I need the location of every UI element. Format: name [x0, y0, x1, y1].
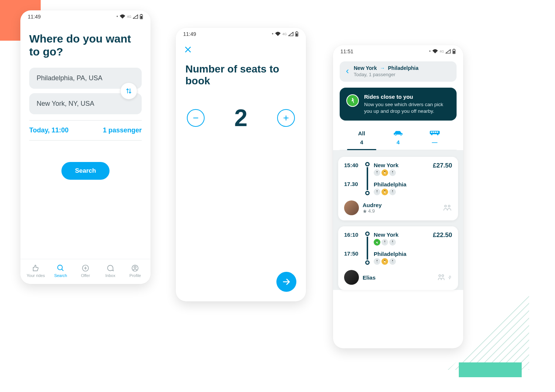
search-summary-button[interactable]: New York → Philadelphia Today, 1 passeng…	[340, 61, 457, 82]
status-icons: • 4G	[117, 14, 143, 19]
svg-point-6	[134, 266, 137, 268]
ride-card[interactable]: 16:10 17:50 New York	[338, 226, 458, 290]
svg-rect-12	[453, 51, 455, 53]
svg-point-32	[384, 241, 385, 241]
wifi-icon	[275, 32, 281, 36]
walk-distance-indicator	[374, 189, 431, 195]
ride-price: £27.50	[433, 162, 452, 195]
driver-name: Elias	[363, 274, 376, 281]
signal-icon	[133, 14, 138, 19]
signal-icon	[445, 49, 451, 54]
search-button[interactable]: Search	[61, 162, 110, 180]
tab-your-rides[interactable]: Your rides	[23, 264, 48, 278]
car-icon	[380, 129, 417, 138]
increment-button[interactable]	[277, 109, 295, 127]
svg-point-33	[392, 241, 393, 241]
status-bar: 11:49 • 4G	[20, 10, 151, 23]
depart-location: New York	[374, 162, 431, 168]
svg-rect-1	[141, 14, 142, 15]
arrow-right-icon: →	[380, 65, 385, 71]
seat-count-value: 2	[234, 106, 248, 130]
tab-search[interactable]: Search	[48, 264, 73, 278]
driver-rating: 4.9	[363, 208, 382, 214]
driver-avatar	[344, 200, 359, 215]
filter-tab-all[interactable]: All 4	[343, 127, 380, 150]
filter-count: 4	[343, 139, 380, 145]
svg-point-14	[395, 134, 396, 135]
status-icons: • 4G	[272, 31, 299, 37]
phone-seats-screen: 11:49 • 4G Number of seats to book 2	[176, 28, 306, 301]
info-title: Rides close to you	[364, 94, 450, 100]
close-button[interactable]	[176, 40, 306, 55]
filter-label: All	[343, 129, 380, 138]
info-banner: Rides close to you Now you see which dri…	[340, 88, 457, 121]
phone-results-screen: 11:51 • 4G New York → Philadelphia Today…	[333, 45, 463, 348]
datetime-button[interactable]: Today, 11:00	[29, 126, 68, 134]
depart-location: New York	[374, 232, 431, 238]
close-icon	[184, 45, 192, 54]
signal-icon	[288, 32, 293, 36]
tab-label: Inbox	[105, 273, 115, 278]
plus-circle-icon	[81, 264, 90, 272]
arrive-time: 17.30	[344, 181, 362, 187]
decrement-button[interactable]	[187, 109, 205, 127]
driver-avatar	[344, 270, 359, 285]
walk-distance-indicator	[374, 169, 431, 176]
svg-rect-8	[296, 31, 297, 32]
filter-tab-car[interactable]: 4	[380, 127, 417, 150]
seat-stepper: 2	[176, 87, 306, 130]
walk-distance-indicator	[374, 258, 431, 265]
svg-rect-11	[453, 49, 455, 50]
svg-point-25	[392, 171, 393, 172]
passengers-button[interactable]: 1 passenger	[103, 126, 142, 134]
decoration-teal-box	[459, 362, 522, 377]
plus-icon	[282, 114, 290, 122]
route-timeline	[364, 232, 371, 265]
svg-point-15	[400, 134, 402, 135]
swap-button[interactable]	[120, 82, 137, 99]
ride-price: £22.50	[433, 232, 452, 265]
wifi-icon	[432, 49, 438, 54]
depart-time: 15:40	[344, 162, 362, 168]
wifi-icon	[120, 14, 125, 19]
svg-point-21	[431, 134, 433, 135]
arrive-location: Philadelphia	[374, 251, 431, 257]
filter-tab-bus[interactable]: —	[416, 127, 453, 150]
status-time: 11:49	[28, 14, 41, 20]
info-body: Now you see which drivers can pick you u…	[364, 101, 450, 115]
phone-search-screen: 11:49 • 4G Where do you want to go? Phil…	[20, 10, 151, 284]
svg-rect-9	[296, 33, 297, 36]
network-label: 4G	[440, 50, 444, 53]
status-time: 11:51	[340, 48, 353, 54]
profile-icon	[131, 264, 139, 272]
svg-point-36	[392, 260, 393, 261]
tab-inbox[interactable]: Inbox	[98, 264, 123, 278]
svg-point-30	[448, 205, 450, 207]
network-label: 4G	[282, 32, 287, 36]
tab-offer[interactable]: Offer	[73, 264, 98, 278]
svg-point-26	[377, 190, 377, 191]
tab-label: Profile	[130, 273, 141, 278]
svg-point-28	[392, 190, 393, 191]
arrow-right-icon	[282, 277, 291, 286]
divider	[29, 140, 142, 141]
chevron-left-icon	[345, 68, 350, 75]
svg-rect-2	[141, 16, 142, 18]
swap-icon	[125, 87, 132, 95]
bolt-icon	[448, 274, 452, 281]
thumbs-up-icon	[31, 264, 40, 272]
svg-point-22	[437, 134, 438, 135]
svg-point-24	[384, 171, 385, 172]
walk-icon	[346, 94, 359, 107]
svg-point-35	[384, 260, 385, 261]
battery-icon	[452, 49, 456, 54]
summary-sub: Today, 1 passenger	[354, 72, 451, 77]
tab-profile[interactable]: Profile	[123, 264, 148, 278]
continue-button[interactable]	[276, 272, 296, 292]
bottom-tabbar: Your rides Search Offer Inbox Profile	[20, 259, 151, 284]
walk-distance-indicator	[374, 239, 431, 246]
svg-rect-20	[437, 132, 438, 133]
ride-card[interactable]: 15:40 17.30 New York	[338, 157, 458, 220]
page-title: Number of seats to book	[176, 55, 306, 87]
battery-icon	[295, 31, 299, 37]
